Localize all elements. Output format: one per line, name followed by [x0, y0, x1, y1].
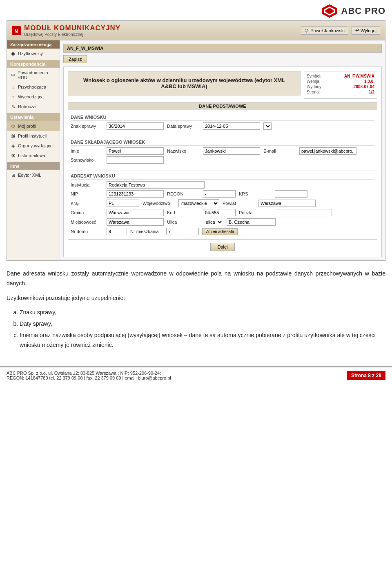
user-badge: ◎ Paweł Jankowski	[301, 26, 348, 35]
sidebar-item-organy[interactable]: ◈ Organy wydające	[7, 141, 60, 151]
app-subtitle: Urzędowej Poczty Elektronicznej	[24, 32, 120, 37]
page-footer: ABC PRO Sp. z o.o. ul. Owsiana 12; 03-82…	[0, 367, 392, 384]
section-dane-skladajacego-title: DANE SKŁADAJĄCEGO WNIOSEK	[71, 140, 374, 146]
sidebar: Zarządzanie usługą ◉ Użytkownicy Korespo…	[7, 40, 60, 260]
desc-paragraph-2: Użytkownikowi pozostaje jedynie uzupełni…	[7, 293, 385, 303]
org-icon: ◈	[10, 143, 16, 149]
email-input[interactable]	[299, 147, 356, 155]
footer-page-number: Strona 8 z 28	[347, 371, 385, 380]
description-section: Dane adresata wniosku zostały automatycz…	[7, 269, 385, 350]
nr-mieszkania-input[interactable]	[166, 228, 199, 235]
kod-input[interactable]	[203, 209, 236, 216]
sidebar-item-uzytkownicy[interactable]: ◉ Użytkownicy	[7, 49, 60, 58]
sidebar-section-ustawienia: Ustawienia	[7, 113, 60, 121]
footer-right: Strona 8 z 28	[347, 371, 385, 380]
powiat-input[interactable]	[258, 200, 316, 207]
user-icon: ◎	[305, 28, 309, 33]
sidebar-section-inne: Inne	[7, 162, 60, 170]
instytucja-input[interactable]	[107, 181, 205, 189]
kraj-input[interactable]	[107, 200, 139, 207]
app-header: M MODUŁ KOMUNIKACYJNY Urzędowej Poczty E…	[7, 21, 385, 40]
section-dane-wniosku: DANE WNIOSKU Znak sprawy Data sprawy	[68, 112, 377, 134]
app-title: MODUŁ KOMUNIKACYJNY	[24, 24, 120, 32]
data-sprawy-select[interactable]	[263, 122, 272, 130]
xml-icon: ⊞	[10, 172, 16, 178]
poczta-input[interactable]	[275, 209, 332, 216]
data-sprawy-input[interactable]	[203, 122, 260, 130]
desc-list: Znaku sprawy, Daty sprawy, Imienia oraz …	[20, 308, 385, 350]
draft-icon: ✎	[10, 104, 16, 109]
logo-icon	[321, 3, 338, 19]
stanowisko-input[interactable]	[107, 156, 164, 164]
desc-list-item-a: Znaku sprawy,	[20, 308, 385, 318]
sidebar-item-robocza[interactable]: ✎ Robocza	[7, 102, 60, 111]
sidebar-section-korespondencja: Korespondencja	[7, 60, 60, 68]
desc-list-item-c: Imienia oraz nazwiska osoby podpisującej…	[20, 331, 385, 350]
sidebar-item-wychodzaca[interactable]: ↑ Wychodząca	[7, 92, 60, 102]
form-info-box: Symbol: AN_F.W.MSWIA Wersja: 1.0.0. Wyda…	[304, 71, 377, 99]
desc-paragraph-1: Dane adresata wniosku zostały automatycz…	[7, 269, 385, 289]
logo-text: ABC PRO	[341, 6, 385, 16]
content-area: AN_F_W_MSWIA Zapisz Wniosek o ogłoszenie…	[60, 40, 385, 260]
app-frame: M MODUŁ KOMUNIKACYJNY Urzędowej Poczty E…	[7, 20, 385, 261]
svg-text:M: M	[15, 29, 18, 33]
top-header: ABC PRO	[0, 0, 392, 20]
nazwisko-input[interactable]	[203, 147, 260, 155]
institution-icon: 🏛	[10, 133, 16, 139]
section-adresat-title: ADRESAT WNIOSKU	[71, 173, 374, 180]
section-dane-podstawowe: DANE PODSTAWOWE	[68, 102, 377, 110]
section-dane-skladajacego: DANE SKŁADAJĄCEGO WNIOSEK Imię Nazwisko …	[68, 137, 377, 168]
app-header-right: ◎ Paweł Jankowski ↩ Wyloguj	[301, 26, 380, 35]
profile-icon: ⚙	[10, 123, 16, 129]
nip-input[interactable]	[107, 190, 164, 198]
sidebar-item-powiadomienia[interactable]: ✉ Powiadomienia RDU	[7, 68, 60, 82]
form-panel: Wniosek o ogłoszenie aktów w dzienniku u…	[63, 67, 382, 257]
sidebar-item-moj-profil[interactable]: ⚙ Mój profil	[7, 121, 60, 131]
sidebar-section-zarzadzanie: Zarządzanie usługą	[7, 40, 60, 49]
section-adresat: ADRESAT WNIOSKU Instytucja NIP REGON	[68, 171, 377, 240]
sidebar-item-profil-instytucji[interactable]: 🏛 Profil instytucji	[7, 131, 60, 141]
ulica-input[interactable]	[227, 218, 276, 226]
breadcrumb: AN_F_W_MSWIA	[63, 44, 382, 53]
imie-input[interactable]	[107, 147, 164, 155]
sidebar-item-lista-mailowa[interactable]: ✉ Lista mailowa	[7, 151, 60, 160]
logo: ABC PRO	[321, 3, 385, 19]
nr-domu-input[interactable]	[107, 228, 127, 235]
app-logo-icon: M	[12, 26, 21, 35]
save-button[interactable]: Zapisz	[63, 55, 87, 63]
form-title: Wniosek o ogłoszenie aktów w dzienniku u…	[68, 71, 301, 96]
footer-line-2: REGON: 141847780 tel. 22 379 09 00 | fax…	[7, 375, 171, 380]
zmien-adresata-button[interactable]: Zmień adresata	[202, 228, 238, 235]
outbox-icon: ↑	[10, 94, 16, 100]
footer-line-1: ABC PRO Sp. z o.o. ul. Owsiana 12; 03-82…	[7, 371, 171, 375]
main-container: Zarządzanie usługą ◉ Użytkownicy Korespo…	[7, 40, 385, 260]
bell-icon: ✉	[10, 72, 16, 78]
znak-sprawy-input[interactable]	[107, 122, 164, 130]
dalej-button[interactable]: Dalej	[210, 243, 234, 251]
app-title-area: M MODUŁ KOMUNIKACYJNY Urzędowej Poczty E…	[12, 24, 120, 37]
desc-list-item-b: Daty sprawy,	[20, 319, 385, 329]
logout-button[interactable]: ↩ Wyloguj	[352, 26, 380, 35]
logout-icon: ↩	[355, 28, 359, 33]
sidebar-item-edytor-xml[interactable]: ⊞ Edytor XML	[7, 170, 60, 180]
sidebar-item-przychodzaca[interactable]: ↓ Przychodząca	[7, 82, 60, 92]
krs-input[interactable]	[275, 190, 307, 198]
footer-left: ABC PRO Sp. z o.o. ul. Owsiana 12; 03-82…	[7, 371, 171, 380]
miejscowosc-input[interactable]	[107, 218, 164, 226]
gmina-input[interactable]	[107, 209, 164, 216]
section-dane-wniosku-title: DANE WNIOSKU	[71, 115, 374, 121]
ulica-type-select[interactable]: ulica	[203, 218, 223, 226]
user-name: Paweł Jankowski	[310, 28, 345, 33]
wojewodztwo-select[interactable]: mazowieckie	[178, 199, 219, 207]
users-icon: ◉	[10, 51, 16, 56]
mail-icon: ✉	[10, 153, 16, 158]
form-header-row: Wniosek o ogłoszenie aktów w dzienniku u…	[68, 71, 377, 99]
inbox-icon: ↓	[10, 84, 16, 90]
regon-input[interactable]	[203, 190, 236, 198]
